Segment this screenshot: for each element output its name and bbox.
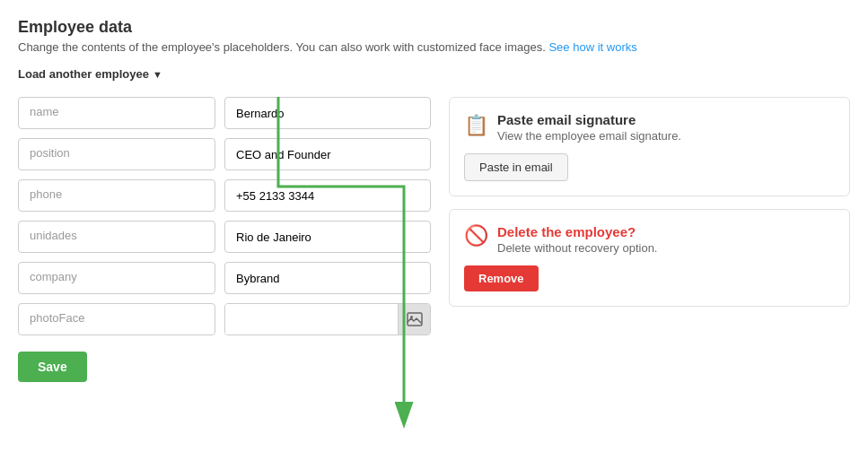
load-employee-button[interactable]: Load another employee ▼ [18,67,162,81]
input-photoface[interactable] [225,304,398,335]
label-phone: phone [18,179,215,212]
remove-employee-button[interactable]: Remove [464,265,539,291]
label-photoface: photoFace [18,303,215,335]
delete-card-desc: Delete without recovery option. [497,241,657,255]
image-icon [407,312,423,326]
paste-email-card: 📋 Paste email signature View the employe… [449,97,850,196]
page-title: Employee data [18,18,850,37]
delete-warning-icon: 🚫 [464,224,488,248]
delete-card-title: Delete the employee? [497,224,657,239]
field-row-phone: phone [18,179,431,212]
delete-employee-card: 🚫 Delete the employee? Delete without re… [449,209,850,307]
paste-card-text: Paste email signature View the employee … [497,112,681,143]
paste-card-header: 📋 Paste email signature View the employe… [464,112,835,143]
input-position[interactable] [224,138,431,170]
save-button[interactable]: Save [18,352,87,382]
field-row-photoface: photoFace [18,303,431,335]
field-row-company: company [18,262,431,294]
label-company: company [18,262,215,294]
input-name[interactable] [224,97,431,129]
delete-card-header: 🚫 Delete the employee? Delete without re… [464,224,835,255]
label-name: name [18,97,215,129]
label-unidades: unidades [18,221,215,253]
page-subtitle: Change the contents of the employee's pl… [18,40,850,54]
field-row-unidades: unidades [18,221,431,253]
see-how-it-works-link[interactable]: See how it works [548,40,636,54]
photo-input-wrapper [224,303,431,335]
paste-card-desc: View the employee email signature. [497,129,681,143]
paste-icon: 📋 [464,114,488,137]
paste-card-title: Paste email signature [497,112,681,127]
field-row-name: name [18,97,431,129]
photo-upload-button[interactable] [398,304,430,335]
paste-in-email-button[interactable]: Paste in email [464,153,568,181]
field-row-position: position [18,138,431,170]
label-position: position [18,138,215,170]
left-panel: name position phone unidades company pho… [18,97,431,382]
delete-card-text: Delete the employee? Delete without reco… [497,224,657,255]
main-layout: name position phone unidades company pho… [18,97,850,382]
right-panel: 📋 Paste email signature View the employe… [449,97,850,307]
input-unidades[interactable] [224,221,431,253]
dropdown-arrow-icon: ▼ [153,69,162,80]
input-company[interactable] [224,262,431,294]
input-phone[interactable] [224,179,431,212]
